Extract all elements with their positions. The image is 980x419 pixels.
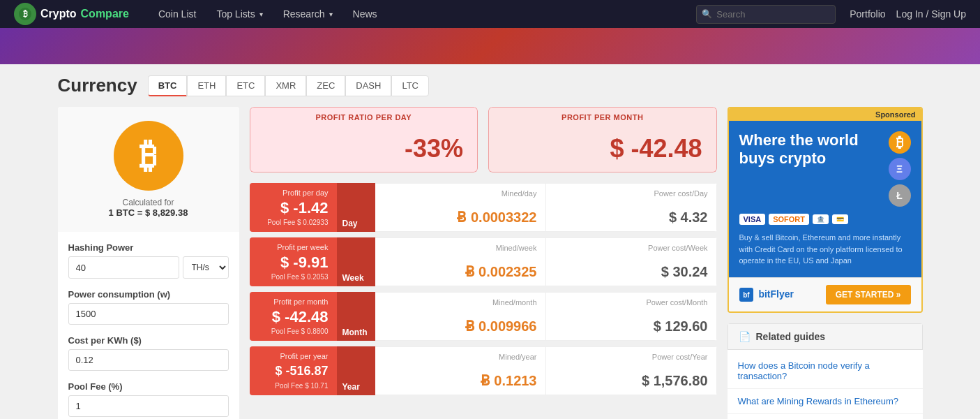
nav-news[interactable]: News xyxy=(345,3,386,25)
pool-fee-group: Pool Fee (%) xyxy=(68,381,229,417)
sponsor-headline: Where the world buys crypto xyxy=(739,131,882,168)
year-left-wrap: Profit per year $ -516.87 Pool Fee $ 10.… xyxy=(250,346,375,395)
tab-eth[interactable]: ETH xyxy=(187,75,226,96)
nav-top-lists[interactable]: Top Lists ▾ xyxy=(208,3,271,25)
profit-month-header: PROFIT PER MONTH xyxy=(488,107,717,127)
year-power-value: $ 1,576.80 xyxy=(555,373,708,389)
week-left-wrap: Profit per week $ -9.91 Pool Fee $ 0.205… xyxy=(250,237,375,286)
year-pool-fee: Pool Fee $ 10.71 xyxy=(258,382,329,390)
coin-icon-section: ₿ Calculated for 1 BTC = $ 8,829.38 xyxy=(58,107,239,232)
cost-per-kwh-label: Cost per KWh ($) xyxy=(68,335,229,346)
visa-logo: VISA xyxy=(739,214,766,225)
tab-btc[interactable]: BTC xyxy=(148,75,188,96)
search-input[interactable] xyxy=(696,5,836,24)
week-pool-fee: Pool Fee $ 0.2053 xyxy=(258,273,329,281)
mining-row-week: Profit per week $ -9.91 Pool Fee $ 0.205… xyxy=(250,237,717,286)
nav-right: Portfolio Log In / Sign Up xyxy=(850,8,966,20)
pool-fee-label: Pool Fee (%) xyxy=(68,381,229,392)
day-profit-cell: Profit per day $ -1.42 Pool Fee $ 0.0293… xyxy=(250,183,337,232)
research-chevron: ▾ xyxy=(329,10,333,18)
hashing-power-unit-select[interactable]: TH/s GH/s MH/s xyxy=(183,256,229,279)
guide-item-3[interactable]: How to Identify a Bitcoin or Ethereum xyxy=(728,414,923,420)
search-wrapper: 🔍 xyxy=(696,5,836,24)
cost-per-kwh-input[interactable] xyxy=(68,349,229,371)
brand-crypto: Crypto xyxy=(40,8,77,20)
sponsor-tag: Sponsored xyxy=(729,108,921,121)
month-power-value: $ 129.60 xyxy=(555,318,708,335)
guide-item-1[interactable]: How does a Bitcoin node verify a transac… xyxy=(728,353,923,389)
profit-ratio-card: PROFIT RATIO PER DAY -33% xyxy=(250,107,478,172)
nav-links: Coin List Top Lists ▾ Research ▾ News xyxy=(150,3,682,25)
related-guides-header: 📄 Related guides xyxy=(728,323,923,350)
navbar: ₿ CryptoCompare Coin List Top Lists ▾ Re… xyxy=(0,0,980,28)
year-mined-cell: Mined/year Ƀ 0.1213 xyxy=(375,346,546,395)
power-consumption-label: Power consumption (w) xyxy=(68,289,229,300)
nav-research[interactable]: Research ▾ xyxy=(275,3,341,25)
middle-panel: PROFIT RATIO PER DAY -33% PROFIT PER MON… xyxy=(250,107,717,419)
hashing-power-input[interactable] xyxy=(68,256,179,279)
power-consumption-group: Power consumption (w) xyxy=(68,289,229,325)
get-started-button[interactable]: GET STARTED » xyxy=(826,285,911,304)
day-mined-cell: Mined/day Ƀ 0.0003322 xyxy=(375,183,546,232)
brand-icon: ₿ xyxy=(14,3,36,25)
portfolio-link[interactable]: Portfolio xyxy=(850,8,885,20)
cc-logo: 🏦 xyxy=(813,214,829,224)
bitflyer-logo: bf bitFlyer xyxy=(739,288,794,302)
day-pool-fee: Pool Fee $ 0.02933 xyxy=(258,219,329,226)
tab-ltc[interactable]: LTC xyxy=(391,75,429,96)
tab-etc[interactable]: ETC xyxy=(226,75,265,96)
day-period: Day xyxy=(337,183,375,232)
day-profit-label: Profit per day xyxy=(258,189,329,197)
month-power-cell: Power cost/Month $ 129.60 xyxy=(546,292,717,341)
tab-xmr[interactable]: XMR xyxy=(265,75,306,96)
inputs-section: Hashing Power TH/s GH/s MH/s Power consu… xyxy=(58,232,239,419)
day-power-value: $ 4.32 xyxy=(555,210,708,226)
right-panel: Sponsored Where the world buys crypto ₿ … xyxy=(728,107,923,419)
currency-header: Currency BTC ETH ETC XMR ZEC DASH LTC xyxy=(58,75,923,96)
sponsor-desc: Buy & sell Bitcoin, Ethereum and more in… xyxy=(739,232,911,267)
year-power-cell: Power cost/Year $ 1,576.80 xyxy=(546,346,717,395)
year-mined-value: Ƀ 0.1213 xyxy=(384,372,537,389)
profit-month-value: $ -42.48 xyxy=(488,127,717,172)
guide-item-2[interactable]: What are Mining Rewards in Ethereum? xyxy=(728,389,923,414)
week-period: Week xyxy=(337,237,375,286)
main-grid: ₿ Calculated for 1 BTC = $ 8,829.38 Hash… xyxy=(58,107,923,419)
doc-icon: 📄 xyxy=(739,331,751,342)
week-mined-label: Mined/week xyxy=(384,244,537,252)
profit-month-card: PROFIT PER MONTH $ -42.48 xyxy=(488,107,717,172)
hashing-power-label: Hashing Power xyxy=(68,242,229,253)
sponsor-body: Where the world buys crypto ₿ Ξ Ł VISA S… xyxy=(729,121,921,277)
hashing-power-row: TH/s GH/s MH/s xyxy=(68,256,229,279)
month-period: Month xyxy=(337,292,375,341)
pool-fee-input[interactable] xyxy=(68,395,229,417)
month-mined-cell: Mined/month Ƀ 0.009966 xyxy=(375,292,546,341)
page-container: Currency BTC ETH ETC XMR ZEC DASH LTC ₿ … xyxy=(44,64,937,419)
nav-coin-list[interactable]: Coin List xyxy=(150,3,204,25)
banner xyxy=(0,28,980,64)
tab-dash[interactable]: DASH xyxy=(345,75,391,96)
tab-zec[interactable]: ZEC xyxy=(306,75,345,96)
year-mined-label: Mined/year xyxy=(384,353,537,361)
power-consumption-input[interactable] xyxy=(68,303,229,325)
left-panel: ₿ Calculated for 1 BTC = $ 8,829.38 Hash… xyxy=(58,107,239,419)
coin-icon: ₿ xyxy=(114,121,183,191)
auth-link[interactable]: Log In / Sign Up xyxy=(896,8,966,20)
mining-row-day: Profit per day $ -1.42 Pool Fee $ 0.0293… xyxy=(250,183,717,232)
svg-text:bf: bf xyxy=(743,291,750,299)
mining-row-year: Profit per year $ -516.87 Pool Fee $ 10.… xyxy=(250,346,717,395)
guide-list: How does a Bitcoin node verify a transac… xyxy=(728,350,923,420)
day-power-label: Power cost/Day xyxy=(555,189,708,198)
brand-logo[interactable]: ₿ CryptoCompare xyxy=(14,3,129,25)
year-profit-cell: Profit per year $ -516.87 Pool Fee $ 10.… xyxy=(250,346,337,395)
year-power-label: Power cost/Year xyxy=(555,353,708,361)
year-period: Year xyxy=(337,346,375,395)
hashing-power-group: Hashing Power TH/s GH/s MH/s xyxy=(68,242,229,279)
calc-value: 1 BTC = $ 8,829.38 xyxy=(109,207,188,218)
week-power-value: $ 30.24 xyxy=(555,264,708,280)
day-mined-label: Mined/day xyxy=(384,189,537,198)
sofort-logo: SOFORT xyxy=(769,214,809,225)
profit-ratio-header: PROFIT RATIO PER DAY xyxy=(250,107,478,127)
week-profit-value: $ -9.91 xyxy=(258,253,329,272)
month-mined-label: Mined/month xyxy=(384,298,537,307)
month-mined-value: Ƀ 0.009966 xyxy=(384,318,537,335)
